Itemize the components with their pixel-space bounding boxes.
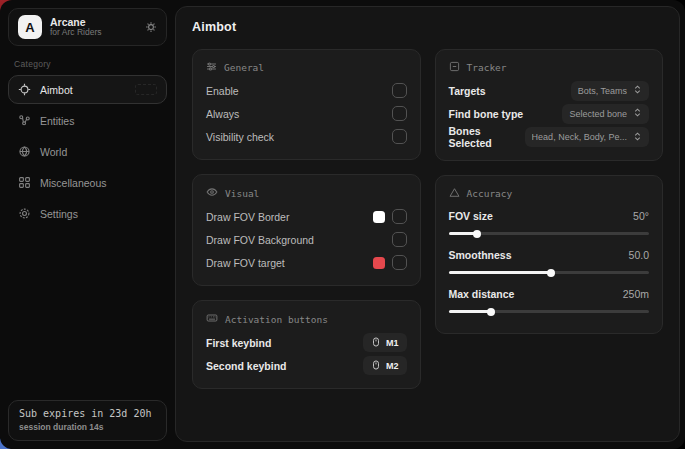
keybind-hint [135,84,157,95]
always-checkbox[interactable] [392,106,407,121]
fov-border-color-swatch[interactable] [373,211,385,223]
setting-row-first-keybind: First keybind M1 [206,331,407,354]
first-keybind-button[interactable]: M1 [363,333,407,352]
setting-label: Targets [449,85,486,97]
targets-dropdown-value: Bots, Teams [578,86,627,96]
setting-label: Smoothness [449,249,512,261]
second-keybind-button[interactable]: M2 [363,356,407,375]
setting-row-draw-fov-border: Draw FOV Border [206,205,407,228]
sidebar-item-label: Entities [40,115,74,127]
sliders-icon [206,61,217,74]
setting-row-visibility-check: Visibility check [206,125,407,148]
second-keybind-value: M2 [386,361,399,371]
subscription-status-card: Sub expires in 23d 20h session duration … [8,400,167,441]
left-column: General Enable Always Visibility check [192,49,421,389]
slider-fill [449,271,551,274]
chevron-up-down-icon [633,108,642,119]
entities-icon [18,114,31,127]
category-nav: Aimbot Entities World [8,75,167,228]
visual-card-header: Visual [206,186,407,200]
setting-row-fov-size: FOV size 50° [449,205,650,235]
find-bone-type-dropdown[interactable]: Selected bone [562,104,649,124]
enable-checkbox[interactable] [392,83,407,98]
general-card-title: General [224,62,264,73]
mouse-icon [371,337,381,349]
tracker-card-header: Tracker [449,61,650,74]
mouse-icon [371,360,381,372]
bones-selected-dropdown[interactable]: Head, Neck, Body, Pe... [525,127,649,147]
right-column: Tracker Targets Bots, Teams [435,49,664,389]
category-label: Category [14,59,167,69]
fov-size-slider[interactable] [449,232,650,235]
draw-fov-background-checkbox[interactable] [392,232,407,247]
setting-label: Second keybind [206,360,287,372]
first-keybind-value: M1 [386,338,399,348]
chevron-up-down-icon [633,132,642,143]
slider-thumb[interactable] [487,308,495,316]
setting-label: Draw FOV Background [206,234,314,246]
sidebar-item-world[interactable]: World [8,137,167,166]
sidebar-item-entities[interactable]: Entities [8,106,167,135]
session-duration-text: session duration 14s [19,422,156,432]
main-panel: Aimbot General Enable [175,6,680,442]
targets-dropdown[interactable]: Bots, Teams [571,81,649,101]
max-distance-slider[interactable] [449,310,650,313]
globe-icon [18,145,31,158]
setting-label: Visibility check [206,131,274,143]
setting-row-enable: Enable [206,79,407,102]
keyboard-icon [206,312,218,326]
setting-label: Max distance [449,288,515,300]
draw-fov-border-checkbox[interactable] [392,209,407,224]
fov-size-value: 50° [633,210,649,222]
setting-row-targets: Targets Bots, Teams [449,79,650,102]
sidebar-item-label: Miscellaneous [40,177,107,189]
bones-selected-dropdown-value: Head, Neck, Body, Pe... [532,132,627,142]
sidebar-item-label: Aimbot [40,84,73,96]
find-bone-type-dropdown-value: Selected bone [569,109,627,119]
setting-label: First keybind [206,337,271,349]
setting-label: Find bone type [449,108,524,120]
slider-thumb[interactable] [547,269,555,277]
setting-row-smoothness: Smoothness 50.0 [449,244,650,274]
setting-row-second-keybind: Second keybind M2 [206,354,407,377]
visual-card-title: Visual [225,188,259,199]
accuracy-card-title: Accuracy [467,188,513,199]
activation-card-header: Activation buttons [206,312,407,326]
sidebar-item-label: Settings [40,208,78,220]
crosshair-icon [18,83,31,96]
sidebar-item-label: World [40,146,67,158]
slider-thumb[interactable] [473,230,481,238]
setting-row-find-bone-type: Find bone type Selected bone [449,102,650,125]
setting-row-max-distance: Max distance 250m [449,283,650,313]
activation-card: Activation buttons First keybind M1 [192,300,421,389]
setting-row-draw-fov-target: Draw FOV target [206,251,407,274]
tracker-card: Tracker Targets Bots, Teams [435,49,664,161]
general-card: General Enable Always Visibility check [192,49,421,160]
app-window: A Arcane for Arc Riders Category [0,0,685,449]
sidebar-item-aimbot[interactable]: Aimbot [8,75,167,104]
tracker-card-title: Tracker [467,62,507,73]
page-title: Aimbot [192,20,663,34]
draw-fov-target-checkbox[interactable] [392,255,407,270]
settings-gear-icon [18,207,31,220]
gear-icon[interactable] [145,21,157,33]
setting-label: FOV size [449,210,493,222]
scan-box-icon [449,61,460,74]
sidebar-item-miscellaneous[interactable]: Miscellaneous [8,168,167,197]
setting-label: Always [206,108,239,120]
brand-subtitle: for Arc Riders [50,28,137,38]
sidebar-item-settings[interactable]: Settings [8,199,167,228]
accuracy-card: Accuracy FOV size 50° [435,175,664,334]
grid-icon [18,176,31,189]
brand-text: Arcane for Arc Riders [50,16,137,38]
setting-row-always: Always [206,102,407,125]
brand-card: A Arcane for Arc Riders [8,8,167,46]
sidebar: A Arcane for Arc Riders Category [0,0,175,449]
smoothness-value: 50.0 [629,249,649,261]
smoothness-slider[interactable] [449,271,650,274]
sub-expiry-text: Sub expires in 23d 20h [19,408,156,419]
max-distance-value: 250m [623,288,649,300]
visibility-check-checkbox[interactable] [392,129,407,144]
activation-card-title: Activation buttons [225,314,328,325]
fov-target-color-swatch[interactable] [373,257,385,269]
